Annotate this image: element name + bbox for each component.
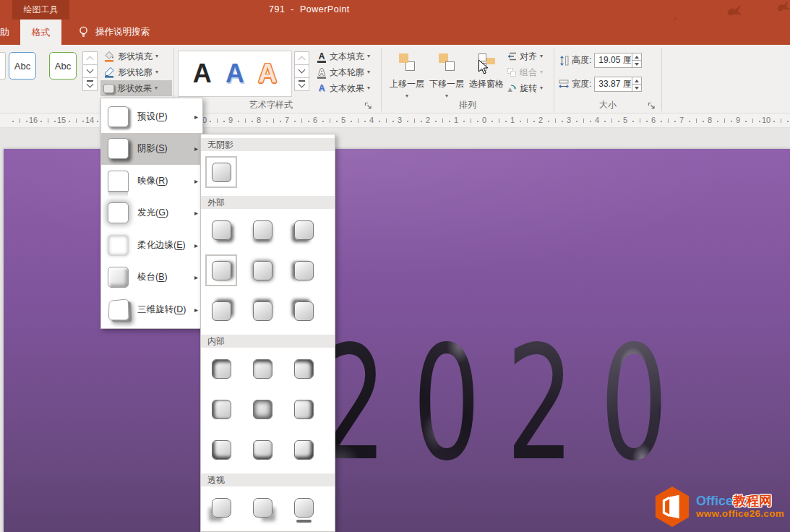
shadow-style-option-none[interactable] [205,156,237,188]
wordart-style-black[interactable]: A [193,61,212,87]
title-bar: 绘图工具 791 - PowerPoint [0,0,790,20]
menu-item-soft-edges[interactable]: 柔化边缘(E)▸ [101,229,202,262]
text-effects-button[interactable]: A 文本效果 ▾ [314,80,382,96]
shadow-style-option-in-b[interactable] [246,434,278,466]
size-dialog-launcher-icon[interactable] [648,102,656,110]
shape-style-option-1[interactable]: Abc [9,52,36,80]
shape-fill-button[interactable]: 形状填充 ▾ [100,48,172,64]
ruler-number: 3 [567,116,571,124]
shadow-style-option-persp-l[interactable] [205,492,237,523]
spin-down-button[interactable] [632,61,641,67]
shape-format-buttons: 形状填充 ▾ 形状轮廓 ▾ 形状效果 ▾ [100,48,172,96]
shape-effects-menu: 预设(P)▸阴影(S)▸映像(R)▸发光(G)▸柔化边缘(E)▸棱台(B)▸三维… [100,98,203,329]
shadow-style-option-in-tr[interactable] [288,353,319,385]
dropdown-caret-icon: ▾ [540,53,543,59]
ruler-dot [477,121,478,122]
wordart-styles-gallery[interactable]: A A A [178,51,292,97]
menu-item-shadow[interactable]: 阴影(S)▸ [101,133,202,166]
watermark-brand-en: Office [696,494,733,508]
ruler-dot [421,121,422,122]
menu-item-reflection[interactable]: 映像(R)▸ [101,165,202,197]
shadow-style-option-in-c[interactable] [246,393,278,425]
group-label: 组合 [520,66,537,79]
spin-up-icon [635,56,639,59]
shadow-style-option-in-br[interactable] [288,434,319,466]
wordart-style-orange[interactable]: A [258,61,277,87]
slide-title-2020[interactable]: 2020 [319,312,694,495]
ruler-dot [533,121,535,122]
width-input[interactable] [595,77,631,91]
text-outline-button[interactable]: A 文本轮廓 ▾ [314,64,382,80]
spin-up-button[interactable] [632,53,641,61]
gallery-more-button[interactable] [294,77,309,91]
ruler-number: 1 [454,116,458,124]
height-input[interactable] [595,53,631,67]
menu-item-label: 发光(G) [137,207,194,219]
ruler-number: 4 [369,116,374,124]
shadow-style-option-out-l[interactable] [288,254,319,286]
ruler-dot [689,121,690,122]
ruler-dot [97,121,98,122]
ruler-dot [787,121,789,122]
pencil-icon [103,66,115,78]
gallery-scroll-up-button[interactable] [82,51,98,65]
digit: 2 [506,312,600,495]
align-label: 对齐 [520,51,537,63]
shadow-style-option-persp-b[interactable] [288,492,319,523]
shadow-style-option-out-r[interactable] [205,254,237,286]
spin-up-button[interactable] [632,77,641,85]
menu-item-label: 棱台(B) [137,271,194,283]
spin-down-button[interactable] [632,85,641,91]
ruler-dot [646,121,648,122]
align-button[interactable]: 对齐 ▾ [505,48,553,64]
shadow-options-grid [201,156,335,192]
wordart-style-blue[interactable]: A [226,61,244,87]
menu-item-glow[interactable]: 发光(G)▸ [101,197,202,230]
shadow-style-option-in-l[interactable] [205,393,237,425]
group-objects-icon [507,67,517,77]
shape-outline-button[interactable]: 形状轮廓 ▾ [100,64,172,80]
shadow-submenu: 无阴影外部内部透视 [200,134,335,532]
shape-effects-button[interactable]: 形状效果 ▾ [100,80,172,96]
shadow-thumbnail-in-c [253,400,272,419]
menu-item-bevel[interactable]: 棱台(B)▸ [101,262,202,294]
gallery-more-button[interactable] [82,77,98,91]
rotate-button[interactable]: 旋转 ▾ [505,80,553,96]
shadow-style-option-persp-r[interactable] [246,492,278,523]
shadow-style-option-out-c[interactable] [246,254,278,286]
gallery-scroll-down-button[interactable] [82,64,98,78]
text-outline-icon: A [317,68,327,77]
tab-help-partial[interactable]: 助 [0,20,9,45]
shadow-section-header: 透视 [201,473,335,486]
shape-style-partial-thumbnail[interactable] [0,52,6,80]
shadow-section-header: 无阴影 [201,138,335,151]
ruler-tick [48,119,48,123]
ruler-dot [703,121,704,122]
wordart-dialog-launcher-icon[interactable] [364,102,372,110]
shadow-style-option-out-tr[interactable] [205,295,237,327]
gallery-scroll-up-button[interactable] [294,51,309,65]
gallery-scroll-down-button[interactable] [294,64,309,78]
shadow-style-option-out-br[interactable] [205,214,237,246]
tab-format[interactable]: 格式 [20,20,61,45]
shadow-thumbnail-out-tl [294,301,314,321]
group-button: 组合 ▾ [505,64,553,80]
ruler-number: 5 [623,116,627,124]
tell-me-box[interactable]: 操作说明搜索 [71,20,157,45]
drawing-tools-context-tab[interactable]: 绘图工具 [12,0,69,20]
shadow-style-option-in-r[interactable] [288,393,319,425]
shadow-thumbnail-out-br [212,220,231,240]
ruler-tick [245,119,246,123]
text-fill-button[interactable]: A 文本填充 ▾ [314,48,382,64]
shadow-style-option-out-tl[interactable] [288,295,319,327]
shadow-style-option-in-bl[interactable] [205,434,237,466]
shadow-style-option-in-t[interactable] [246,353,278,385]
menu-item-preset[interactable]: 预设(P)▸ [101,100,202,133]
ruler-number: 2 [538,116,543,124]
shadow-style-option-in-tl[interactable] [205,353,237,385]
menu-item-rotation-3d[interactable]: 三维旋转(D)▸ [101,293,202,326]
shadow-style-option-out-bl[interactable] [288,214,319,246]
shape-style-option-2[interactable]: Abc [49,52,77,80]
shadow-style-option-out-b[interactable] [246,214,278,246]
shadow-style-option-out-t[interactable] [246,295,278,327]
